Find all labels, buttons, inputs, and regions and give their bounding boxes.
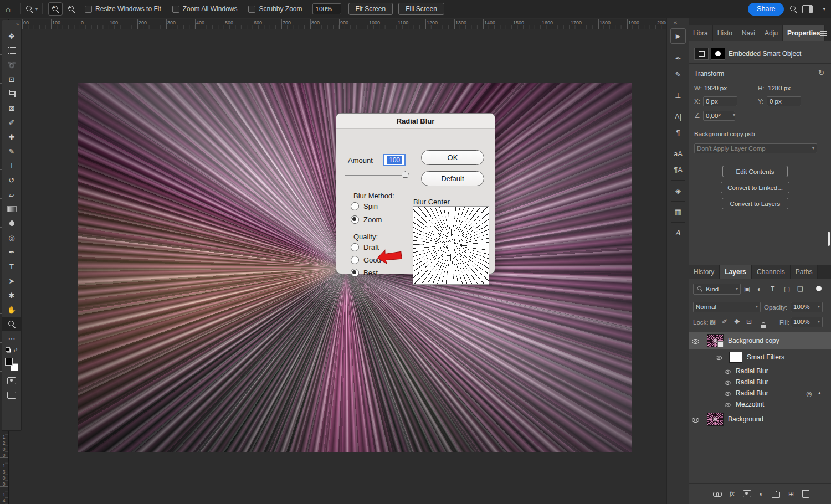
best-radio[interactable]: Best: [351, 269, 378, 277]
resize-windows-checkbox[interactable]: Resize Windows to Fit: [85, 5, 161, 13]
filter-name[interactable]: Mezzotint: [736, 400, 764, 408]
filter-name[interactable]: Radial Blur: [736, 389, 768, 397]
chevron-down-icon[interactable]: ▾: [823, 6, 825, 12]
eraser-tool[interactable]: ▱: [2, 187, 21, 202]
lasso-tool[interactable]: ➰: [2, 58, 21, 72]
tab-history[interactable]: History: [689, 265, 720, 279]
zoom-level-input[interactable]: 100%: [312, 3, 341, 14]
filter-name[interactable]: Radial Blur: [736, 378, 768, 386]
amount-input[interactable]: 100: [383, 154, 406, 166]
x-input[interactable]: 0 px: [703, 96, 737, 106]
character-panel-icon[interactable]: A|: [667, 109, 689, 125]
kind-filter-dropdown[interactable]: Kind ▾: [693, 284, 741, 295]
default-button[interactable]: Default: [421, 171, 484, 186]
dialog-title[interactable]: Radial Blur: [336, 114, 495, 129]
filter-mask-thumbnail[interactable]: [729, 352, 742, 363]
healing-brush-tool[interactable]: ✚: [2, 130, 21, 144]
path-selection-tool[interactable]: ➤: [2, 274, 21, 288]
dodge-tool[interactable]: ◎: [2, 230, 21, 245]
custom-shape-tool[interactable]: ✱: [2, 288, 21, 302]
styles-panel-icon[interactable]: A: [667, 225, 689, 241]
object-selection-tool[interactable]: ⊡: [2, 72, 21, 86]
filter-row-radial-blur-3[interactable]: Radial Blur: [689, 388, 831, 399]
hand-tool[interactable]: ✋: [2, 302, 21, 317]
scrubby-zoom-checkbox[interactable]: Scrubby Zoom: [248, 5, 302, 13]
layer-name[interactable]: Background copy: [728, 337, 779, 344]
tab-libraries[interactable]: Libra: [689, 25, 713, 41]
visibility-eye-icon[interactable]: [716, 354, 722, 360]
foreground-color-swatch[interactable]: [5, 358, 13, 366]
tab-layers[interactable]: Layers: [720, 265, 752, 279]
color-swatches[interactable]: [5, 358, 18, 371]
layer-row-background[interactable]: Background: [689, 411, 831, 428]
pen-tool[interactable]: ✒: [2, 245, 21, 259]
blend-mode-dropdown[interactable]: Normal ▾: [693, 302, 761, 312]
convert-to-layers-button[interactable]: Convert to Layers: [722, 198, 788, 209]
clone-stamp-tool[interactable]: ⊥: [2, 158, 21, 173]
visibility-eye-icon[interactable]: [725, 379, 730, 385]
patterns-panel-icon[interactable]: ▦: [667, 204, 689, 220]
panel-menu-icon[interactable]: [820, 31, 827, 36]
layer-name[interactable]: Background: [728, 415, 763, 423]
tab-adjustments[interactable]: Adju: [760, 25, 783, 41]
link-layers-icon[interactable]: [713, 492, 721, 496]
filter-shape-icon[interactable]: ▢: [784, 285, 790, 293]
layer-style-icon[interactable]: fx: [730, 490, 735, 498]
new-group-icon[interactable]: [772, 492, 780, 498]
lock-pixels-icon[interactable]: ✐: [722, 318, 727, 326]
paragraph-panel-icon[interactable]: ¶: [667, 125, 689, 141]
visibility-eye-icon[interactable]: [692, 416, 699, 423]
ok-button[interactable]: OK: [421, 150, 484, 165]
edit-toolbar-button[interactable]: ⋯: [2, 331, 21, 346]
visibility-eye-icon[interactable]: [725, 390, 730, 396]
smart-filters-label[interactable]: Smart Filters: [747, 353, 784, 361]
fill-dropdown[interactable]: 100% ▾: [791, 317, 823, 327]
character-styles-icon[interactable]: aA: [667, 146, 689, 162]
filter-row-mezzotint[interactable]: Mezzotint: [689, 399, 831, 410]
horizontal-ruler[interactable]: 0010001002003004005006007008009001000110…: [8, 19, 666, 29]
lock-all-icon[interactable]: [761, 325, 766, 328]
tab-histogram[interactable]: Histo: [713, 25, 737, 41]
amount-slider[interactable]: [345, 175, 407, 176]
filter-row-radial-blur-1[interactable]: Radial Blur: [689, 366, 831, 377]
paragraph-styles-icon[interactable]: ¶A: [667, 162, 689, 178]
tab-properties[interactable]: Properties: [783, 25, 825, 41]
delete-layer-icon[interactable]: [802, 491, 809, 498]
layer-thumbnail[interactable]: [707, 413, 724, 426]
tab-channels[interactable]: Channels: [752, 265, 791, 279]
workspace-icon[interactable]: [802, 5, 813, 13]
search-button[interactable]: [789, 5, 798, 13]
zoom-tool[interactable]: [2, 317, 21, 331]
filter-type-icon[interactable]: T: [771, 285, 774, 293]
brush-tool[interactable]: ✎: [2, 144, 21, 158]
frame-tool[interactable]: ⊠: [2, 101, 21, 115]
zoom-out-button[interactable]: −: [65, 3, 78, 15]
filter-name[interactable]: Radial Blur: [736, 367, 768, 375]
brush-settings-icon[interactable]: ✒: [667, 50, 689, 66]
blur-tool[interactable]: [2, 216, 21, 230]
expand-dock-chevron[interactable]: «: [667, 18, 689, 27]
fit-screen-button[interactable]: Fit Screen: [348, 3, 393, 15]
zoom-tool-options-icon[interactable]: ▾: [25, 5, 38, 13]
blur-center-preview[interactable]: [413, 206, 489, 285]
fill-screen-button[interactable]: Fill Screen: [398, 3, 444, 15]
type-tool[interactable]: T: [2, 259, 21, 274]
draft-radio[interactable]: Draft: [351, 243, 379, 251]
amount-slider-thumb[interactable]: [402, 171, 409, 178]
y-input[interactable]: 0 px: [767, 96, 801, 106]
home-icon[interactable]: ⌂: [6, 4, 11, 14]
3d-panel-icon[interactable]: ◈: [667, 183, 689, 199]
lock-artboard-icon[interactable]: ⊡: [746, 318, 752, 326]
edit-contents-button[interactable]: Edit Contents: [722, 166, 788, 177]
swap-colors-icon[interactable]: ⇄: [13, 347, 18, 353]
filter-smart-object-icon[interactable]: ❏: [797, 285, 803, 293]
zoom-in-button[interactable]: +: [48, 2, 63, 16]
screen-mode-button[interactable]: [2, 388, 21, 402]
convert-to-linked-button[interactable]: Convert to Linked...: [721, 182, 789, 193]
layer-thumbnail[interactable]: [707, 334, 724, 347]
panel-scrollbar[interactable]: [828, 232, 830, 246]
reset-transform-icon[interactable]: ↻: [818, 69, 824, 77]
adjustment-layer-icon[interactable]: ◐: [760, 490, 763, 498]
gradient-tool[interactable]: [2, 202, 21, 216]
tab-paths[interactable]: Paths: [791, 265, 818, 279]
